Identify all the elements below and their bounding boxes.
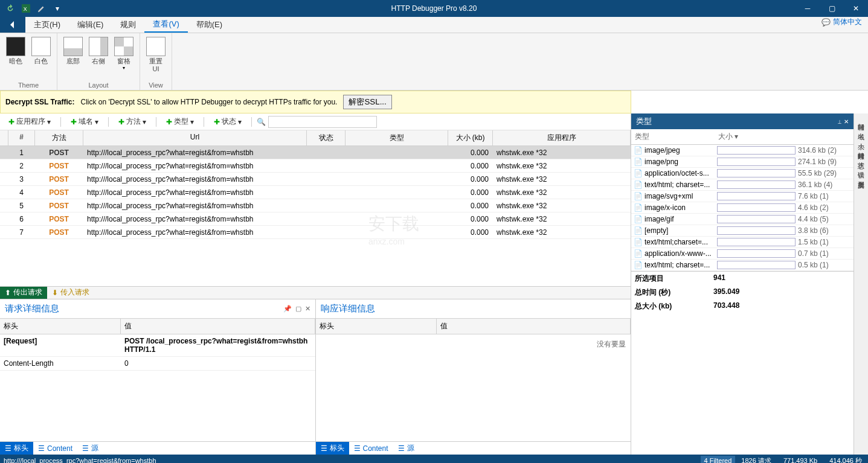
request-detail-title: 请求详细信息 [5, 303, 59, 315]
menu-help[interactable]: 帮助(E) [188, 17, 231, 33]
refresh-icon[interactable] [5, 3, 16, 14]
table-row[interactable]: 1POSThttp:///local_process_rpc?what=regi… [0, 146, 631, 159]
ribbon-group-theme: 暗色 白色 Theme [0, 33, 57, 90]
view-tab-content-resp[interactable]: ☰ Content [349, 442, 393, 455]
status-time: 414.046 秒 [823, 456, 868, 464]
layout-grid-button[interactable]: 窗格▾ [112, 36, 136, 81]
menu-rules[interactable]: 规则 [112, 17, 144, 33]
table-row[interactable]: 2POSThttp:///local_process_rpc?what=regi… [0, 159, 631, 173]
search-input[interactable] [268, 116, 377, 128]
menubar: 主页(H) 编辑(E) 规则 查看(V) 帮助(E) 💬 简体中文 [0, 17, 868, 33]
type-row[interactable]: 📄[empty]3.8 kb (6) [631, 225, 854, 237]
side-tab[interactable]: 持续时间 [855, 145, 867, 150]
response-detail-title: 响应详细信息 [321, 303, 375, 315]
ssl-decrypt-bar: Decrypt SSL Traffic: Click on 'Decrypt S… [0, 91, 631, 113]
menu-home[interactable]: 主页(H) [25, 17, 69, 33]
maximize-pane-icon[interactable]: ▢ [295, 305, 301, 313]
side-tabs: 时间轴域名大小持续时间状态错误类型所属 [854, 113, 868, 455]
tab-incoming[interactable]: ⬇ 传入请求 [47, 287, 94, 299]
menu-view[interactable]: 查看(V) [144, 17, 187, 33]
side-tab[interactable]: 大小 [855, 135, 867, 140]
status-filtered[interactable]: 4 Filtered [701, 456, 736, 463]
table-row[interactable]: 7POSThttp:///local_process_rpc?what=regi… [0, 226, 631, 239]
status-requests: 1826 请求 [735, 456, 777, 464]
reset-ui-button[interactable]: 重置 UI [144, 36, 168, 81]
search-icon: 🔍 [257, 118, 266, 126]
view-tab-headers-resp[interactable]: ☰ 标头 [316, 442, 349, 455]
request-detail-pane: 请求详细信息 📌▢✕ 标头 值 [Request]POST /local_pro… [0, 299, 316, 455]
filter-app[interactable]: ✚应用程序 ▾ [4, 115, 56, 128]
table-row[interactable]: 6POSThttp:///local_process_rpc?what=regi… [0, 212, 631, 226]
window-title: HTTP Debugger Pro v8.20 [391, 4, 477, 13]
type-row[interactable]: 📄image/gif4.4 kb (5) [631, 214, 854, 225]
titlebar: X ▾ HTTP Debugger Pro v8.20 ─ ▢ ✕ [0, 0, 868, 17]
side-tab[interactable]: 时间轴 [855, 116, 867, 121]
summary-row: 总大小 (kb)703.448 [631, 299, 854, 313]
response-detail-pane: 响应详细信息 标头 值 没有要显 ☰ 标头 ☰ Content ☰ 源 [316, 299, 631, 455]
table-row[interactable]: 4POSThttp:///local_process_rpc?what=regi… [0, 186, 631, 199]
filter-status[interactable]: ✚状态 ▾ [209, 115, 246, 128]
type-row[interactable]: 📄image/png274.1 kb (9) [631, 156, 854, 168]
type-row[interactable]: 📄image/jpeg314.6 kb (2) [631, 145, 854, 156]
theme-light-button[interactable]: 白色 [29, 36, 53, 81]
request-direction-tabs: ⬆ 传出请求 ⬇ 传入请求 [0, 286, 631, 299]
layout-bottom-button[interactable]: 底部 [61, 36, 85, 81]
summary-row: 所选项目941 [631, 272, 854, 286]
language-switch[interactable]: 💬 简体中文 [821, 17, 862, 27]
type-row[interactable]: 📄application/x-www-...0.7 kb (1) [631, 248, 854, 260]
excel-icon[interactable]: X [21, 3, 31, 14]
status-size: 771.493 Kb [777, 457, 823, 463]
type-row[interactable]: 📄text/html; charset=...0.5 kb (1) [631, 260, 854, 271]
close-pane-icon[interactable]: ✕ [305, 305, 310, 313]
view-tab-headers[interactable]: ☰ 标头 [0, 442, 33, 455]
side-tab[interactable]: 类型所属 [855, 174, 867, 179]
type-row[interactable]: 📄text/html; charset=...36.1 kb (4) [631, 179, 854, 191]
filter-type[interactable]: ✚类型 ▾ [161, 115, 199, 128]
side-tab[interactable]: 状态 [855, 155, 867, 159]
detail-row[interactable]: [Request]POST /local_process_rpc?what=re… [0, 334, 315, 357]
menu-edit[interactable]: 编辑(E) [69, 17, 112, 33]
side-tab[interactable]: 域名 [855, 126, 867, 130]
panel-pin-icon[interactable]: ⟂ [838, 118, 841, 125]
type-row[interactable]: 📄image/svg+xml7.6 kb (1) [631, 191, 854, 202]
panel-close-icon[interactable]: ✕ [844, 118, 849, 125]
type-row[interactable]: 📄image/x-icon4.6 kb (2) [631, 202, 854, 214]
chat-icon: 💬 [821, 18, 831, 27]
request-grid[interactable]: # 方法 Url 状态 类型 大小 (kb) 应用程序 1POSThttp://… [0, 130, 631, 286]
svg-text:X: X [24, 6, 27, 12]
response-view-tabs: ☰ 标头 ☰ Content ☰ 源 [316, 441, 631, 455]
ribbon: 暗色 白色 Theme 底部 右侧 窗格▾ Layout 重置 UI View [0, 33, 868, 91]
filter-method[interactable]: ✚方法 ▾ [114, 115, 151, 128]
decrypt-ssl-button[interactable]: 解密SSL... [343, 95, 391, 109]
close-button[interactable]: ✕ [844, 0, 868, 17]
detail-row[interactable]: Content-Length0 [0, 357, 315, 371]
maximize-button[interactable]: ▢ [820, 0, 844, 17]
filter-domain[interactable]: ✚域名 ▾ [66, 115, 103, 128]
filter-bar: ✚应用程序 ▾ ✚域名 ▾ ✚方法 ▾ ✚类型 ▾ ✚状态 ▾ 🔍 [0, 113, 631, 130]
layout-right-button[interactable]: 右侧 [86, 36, 111, 81]
ribbon-group-layout: 底部 右侧 窗格▾ Layout [57, 33, 140, 90]
ribbon-group-view: 重置 UI View [140, 33, 172, 90]
brush-icon[interactable] [36, 3, 47, 14]
type-row[interactable]: 📄text/html;charset=...1.5 kb (1) [631, 237, 854, 248]
summary-row: 总时间 (秒)395.049 [631, 286, 854, 299]
minimize-button[interactable]: ─ [796, 0, 820, 17]
view-tab-source[interactable]: ☰ 源 [77, 442, 103, 455]
pin-icon[interactable]: 📌 [283, 305, 292, 313]
table-row[interactable]: 3POSThttp:///local_process_rpc?what=regi… [0, 173, 631, 186]
tab-outgoing[interactable]: ⬆ 传出请求 [0, 287, 47, 299]
theme-dark-button[interactable]: 暗色 [4, 36, 28, 81]
table-row[interactable]: 5POSThttp:///local_process_rpc?what=regi… [0, 199, 631, 212]
dropdown-icon[interactable]: ▾ [52, 3, 63, 14]
type-panel: 类型 ⟂✕ 类型 大小 ▾ 📄image/jpeg314.6 kb (2)📄im… [631, 113, 854, 455]
statusbar: http:///local_process_rpc?what=regist&fr… [0, 455, 868, 463]
grid-header: # 方法 Url 状态 类型 大小 (kb) 应用程序 [0, 130, 631, 146]
view-tab-source-resp[interactable]: ☰ 源 [393, 442, 419, 455]
side-tab[interactable]: 错误 [855, 164, 867, 169]
back-button[interactable] [0, 17, 25, 33]
type-row[interactable]: 📄application/octet-s...55.5 kb (29) [631, 168, 854, 179]
view-tab-content[interactable]: ☰ Content [33, 442, 77, 455]
request-view-tabs: ☰ 标头 ☰ Content ☰ 源 [0, 441, 315, 455]
